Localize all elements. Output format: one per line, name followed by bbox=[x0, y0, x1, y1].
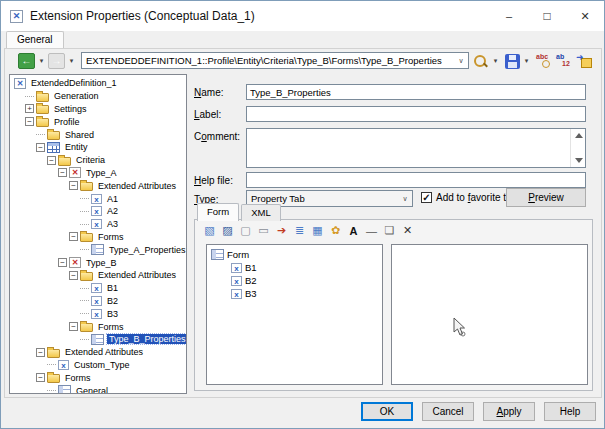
check-spelling-icon[interactable] bbox=[536, 53, 553, 69]
path-dropdown-icon[interactable] bbox=[454, 57, 468, 65]
insert-attribute-icon[interactable]: ➔ bbox=[273, 223, 290, 238]
favorite-tabs-checkbox[interactable] bbox=[421, 192, 432, 203]
tree-item[interactable]: −Type_A bbox=[10, 167, 186, 180]
insert-form-icon[interactable]: ▦ bbox=[309, 223, 326, 238]
edit-field-icon[interactable]: ▢ bbox=[237, 223, 254, 238]
tree-item-label[interactable]: ExtendedDefinition_1 bbox=[29, 78, 119, 88]
static-control-icon[interactable]: ▭ bbox=[255, 223, 272, 238]
collapse-icon[interactable]: − bbox=[69, 271, 78, 280]
tree-item[interactable]: +Settings bbox=[10, 103, 186, 116]
zoom-dropdown-icon[interactable] bbox=[491, 57, 500, 65]
apply-button[interactable]: Apply bbox=[483, 402, 535, 421]
tree-item[interactable]: B2 bbox=[10, 295, 186, 308]
tree-item-label[interactable]: Type_A_Properties bbox=[107, 245, 187, 255]
tree-item[interactable]: B1 bbox=[10, 282, 186, 295]
tree-item[interactable]: A2 bbox=[10, 205, 186, 218]
collapse-icon[interactable]: − bbox=[58, 168, 67, 177]
save-dropdown-icon[interactable] bbox=[522, 57, 531, 65]
collapse-icon[interactable]: − bbox=[25, 117, 34, 126]
tab-general[interactable]: General bbox=[6, 31, 64, 48]
ok-button[interactable]: OK bbox=[361, 402, 413, 421]
controls-icon[interactable]: ✿ bbox=[327, 223, 344, 238]
collapse-icon[interactable]: − bbox=[69, 181, 78, 190]
delete-icon[interactable]: ✕ bbox=[399, 223, 416, 238]
tab-xml[interactable]: XML bbox=[241, 204, 281, 221]
tree-item[interactable]: A3 bbox=[10, 218, 186, 231]
tree-item[interactable]: A1 bbox=[10, 192, 186, 205]
tree-item[interactable]: −Extended Attributes bbox=[10, 346, 186, 359]
comment-scrollbar[interactable] bbox=[570, 129, 585, 167]
tree-item-label[interactable]: B1 bbox=[105, 283, 120, 293]
tree-item[interactable]: ExtendedDefinition_1 bbox=[10, 77, 186, 90]
tree-item-label[interactable]: Extended Attributes bbox=[96, 270, 178, 280]
group-box-icon[interactable]: ❏ bbox=[381, 223, 398, 238]
form-field-item[interactable]: B1 bbox=[209, 261, 380, 274]
tree-item-label[interactable]: A1 bbox=[105, 194, 120, 204]
line-icon[interactable]: — bbox=[363, 223, 380, 238]
tree-item[interactable]: Type_B_Properties bbox=[10, 333, 186, 346]
back-dropdown-icon[interactable] bbox=[37, 57, 46, 65]
tree-item[interactable]: Custom_Type bbox=[10, 359, 186, 372]
collapse-icon[interactable]: − bbox=[47, 156, 56, 165]
collapse-icon[interactable]: − bbox=[36, 143, 45, 152]
tree-item-label[interactable]: B2 bbox=[105, 296, 120, 306]
tree-item-label[interactable]: Shared bbox=[63, 130, 96, 140]
tree-item-label[interactable]: Type_B_Properties bbox=[107, 334, 187, 344]
profile-tree[interactable]: ExtendedDefinition_1Generation+Settings−… bbox=[9, 74, 187, 394]
help-button[interactable]: Help bbox=[544, 402, 596, 421]
image-icon[interactable]: ▧ bbox=[201, 223, 218, 238]
tree-item[interactable]: Type_A_Properties bbox=[10, 243, 186, 256]
tree-item[interactable]: −Profile bbox=[10, 115, 186, 128]
rename-icon[interactable] bbox=[556, 53, 573, 69]
bitmap-icon[interactable]: ▨ bbox=[219, 223, 236, 238]
font-icon[interactable]: A bbox=[345, 223, 362, 238]
tree-item-label[interactable]: Forms bbox=[96, 232, 126, 242]
forward-button[interactable]: → bbox=[48, 53, 65, 69]
tree-item[interactable]: −Extended Attributes bbox=[10, 269, 186, 282]
tree-item-label[interactable]: B3 bbox=[105, 309, 120, 319]
collapse-icon[interactable]: − bbox=[36, 348, 45, 357]
insert-list-icon[interactable]: ≣ bbox=[291, 223, 308, 238]
tree-item-label[interactable]: A3 bbox=[105, 219, 120, 229]
tree-item-label[interactable]: Extended Attributes bbox=[96, 181, 178, 191]
tree-item-label[interactable]: Forms bbox=[63, 373, 93, 383]
name-input[interactable]: Type_B_Properties bbox=[246, 84, 586, 100]
maximize-button[interactable] bbox=[528, 1, 566, 31]
zoom-icon[interactable] bbox=[472, 53, 489, 69]
tree-item[interactable]: −Entity bbox=[10, 141, 186, 154]
form-structure-panel[interactable]: FormB1B2B3 bbox=[206, 244, 383, 385]
cancel-button[interactable]: Cancel bbox=[422, 402, 474, 421]
scroll-down-icon[interactable] bbox=[575, 158, 583, 163]
label-input[interactable] bbox=[246, 106, 586, 122]
tree-item-label[interactable]: Profile bbox=[52, 117, 82, 127]
forward-dropdown-icon[interactable] bbox=[67, 57, 76, 65]
help-file-input[interactable] bbox=[246, 172, 586, 188]
path-combobox[interactable]: EXTENDEDDEFINITION_1::Profile\Entity\Cri… bbox=[81, 52, 469, 69]
tab-form[interactable]: Form bbox=[197, 203, 239, 221]
tree-item-label[interactable]: General bbox=[74, 386, 110, 394]
tree-item-label[interactable]: Type_B bbox=[84, 258, 119, 268]
tree-item-label[interactable]: A2 bbox=[105, 206, 120, 216]
scroll-up-icon[interactable] bbox=[575, 133, 583, 138]
tree-item-label[interactable]: Criteria bbox=[74, 155, 107, 165]
form-preview-panel[interactable] bbox=[391, 244, 588, 385]
close-button[interactable] bbox=[566, 1, 604, 31]
tree-item[interactable]: Shared bbox=[10, 128, 186, 141]
comment-input[interactable] bbox=[246, 128, 586, 168]
tree-item[interactable]: Generation bbox=[10, 90, 186, 103]
form-root-item[interactable]: Form bbox=[209, 248, 380, 261]
collapse-icon[interactable]: − bbox=[69, 232, 78, 241]
collapse-icon[interactable]: − bbox=[69, 322, 78, 331]
tree-item-label[interactable]: Generation bbox=[52, 91, 101, 101]
tree-item[interactable]: −Criteria bbox=[10, 154, 186, 167]
tree-item-label[interactable]: Extended Attributes bbox=[63, 347, 145, 357]
form-field-item[interactable]: B3 bbox=[209, 287, 380, 300]
preview-button[interactable]: Preview bbox=[506, 188, 586, 207]
collapse-icon[interactable]: − bbox=[58, 258, 67, 267]
tree-item[interactable]: −Forms bbox=[10, 371, 186, 384]
minimize-button[interactable] bbox=[490, 1, 528, 31]
form-field-item[interactable]: B2 bbox=[209, 274, 380, 287]
tree-item-label[interactable]: Custom_Type bbox=[72, 360, 132, 370]
tree-item[interactable]: −Forms bbox=[10, 231, 186, 244]
tree-item[interactable]: −Forms bbox=[10, 320, 186, 333]
